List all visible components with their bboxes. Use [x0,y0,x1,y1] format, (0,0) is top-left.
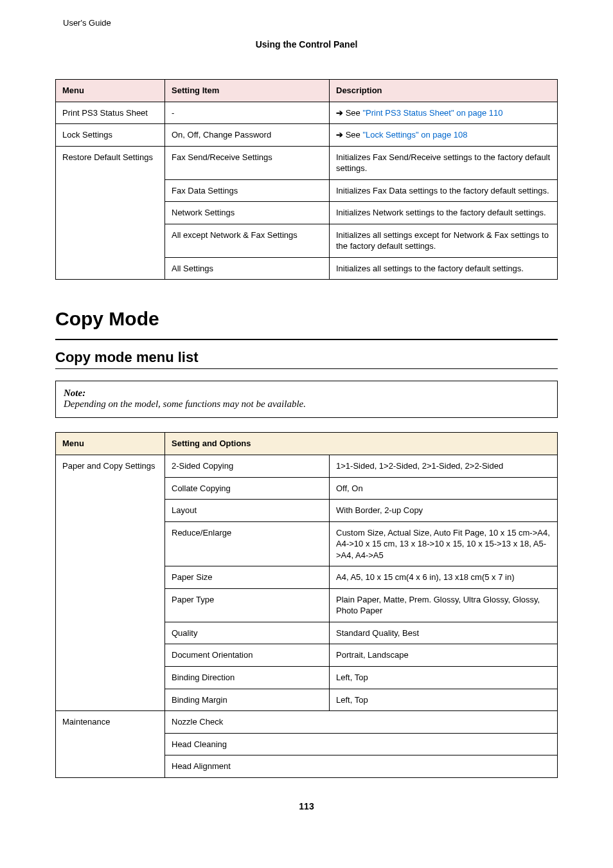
cell-setting: Nozzle Check [165,711,558,734]
cell-setting: Quality [165,622,330,644]
cell-options: 1>1-Sided, 1>2-Sided, 2>1-Sided, 2>2-Sid… [330,455,558,478]
cell-options: Plain Paper, Matte, Prem. Glossy, Ultra … [330,588,558,622]
cell-options: Off, On [330,477,558,500]
cell-setting: All Settings [165,257,330,280]
table-header-row: Menu Setting and Options [56,433,558,455]
cell-setting: Paper Size [165,566,330,589]
cell-menu: Lock Settings [56,124,165,147]
cell-desc: ➔ See "Lock Settings" on page 108 [330,124,558,147]
cell-setting: Head Cleaning [165,733,558,755]
table-row: Paper and Copy Settings 2-Sided Copying … [56,455,558,478]
page-number: 113 [55,801,558,811]
cell-options: A4, A5, 10 x 15 cm(4 x 6 in), 13 x18 cm(… [330,566,558,589]
cell-menu: Print PS3 Status Sheet [56,102,165,124]
note-body: Depending on the model, some functions m… [64,399,549,410]
cell-setting: Paper Type [165,588,330,622]
cell-desc: Initializes Network settings to the fact… [330,202,558,224]
col-menu: Menu [56,80,165,102]
cell-setting: Reduce/Enlarge [165,521,330,566]
heading-copy-mode: Copy Mode [55,308,558,330]
divider [55,368,558,369]
cell-setting: Document Orientation [165,644,330,667]
cell-setting: 2-Sided Copying [165,455,330,478]
table-row: Maintenance Nozzle Check [56,711,558,734]
arrow-icon: ➔ [336,130,346,140]
settings-table-2: Menu Setting and Options Paper and Copy … [55,432,558,777]
cell-setting: - [165,102,330,124]
cell-desc: Initializes all settings to the factory … [330,257,558,280]
cell-options: Standard Quality, Best [330,622,558,644]
note-box: Note: Depending on the model, some funct… [55,381,558,418]
cell-desc: Initializes Fax Data settings to the fac… [330,179,558,202]
arrow-icon: ➔ [336,108,346,118]
cell-desc: ➔ See "Print PS3 Status Sheet" on page 1… [330,102,558,124]
cell-desc: Initializes all settings except for Netw… [330,224,558,257]
cell-menu: Paper and Copy Settings [56,455,165,711]
cell-menu: Restore Default Settings [56,146,165,280]
cell-setting: Network Settings [165,202,330,224]
cell-options: Left, Top [330,689,558,711]
col-setting-options: Setting and Options [165,433,558,455]
cell-setting: Fax Data Settings [165,179,330,202]
cell-setting: Binding Direction [165,667,330,689]
settings-table-1: Menu Setting Item Description Print PS3 … [55,79,558,280]
cell-options: Portrait, Landscape [330,644,558,667]
heading-copy-menu-list: Copy mode menu list [55,349,558,366]
cell-menu: Maintenance [56,711,165,778]
cell-setting: Collate Copying [165,477,330,500]
cell-desc: Initializes Fax Send/Receive settings to… [330,146,558,179]
see-text: See [346,130,363,140]
col-setting-item: Setting Item [165,80,330,102]
cell-setting: On, Off, Change Password [165,124,330,147]
cell-options: With Border, 2-up Copy [330,500,558,522]
link-lock-settings[interactable]: "Lock Settings" on page 108 [362,130,467,140]
cell-setting: Fax Send/Receive Settings [165,146,330,179]
chapter-label: Using the Control Panel [55,39,558,50]
cell-setting: Layout [165,500,330,522]
cell-setting: Head Alignment [165,755,558,778]
running-head: User's Guide [63,18,558,28]
table-header-row: Menu Setting Item Description [56,80,558,102]
table-row: Print PS3 Status Sheet - ➔ See "Print PS… [56,102,558,124]
col-description: Description [330,80,558,102]
cell-setting: All except Network & Fax Settings [165,224,330,257]
see-text: See [346,108,363,118]
cell-options: Left, Top [330,667,558,689]
col-menu: Menu [56,433,165,455]
divider [55,339,558,340]
table-row: Restore Default Settings Fax Send/Receiv… [56,146,558,179]
note-title: Note: [64,388,549,399]
table-row: Lock Settings On, Off, Change Password ➔… [56,124,558,147]
cell-setting: Binding Margin [165,689,330,711]
cell-options: Custom Size, Actual Size, Auto Fit Page,… [330,521,558,566]
link-ps3-status[interactable]: "Print PS3 Status Sheet" on page 110 [362,108,502,118]
